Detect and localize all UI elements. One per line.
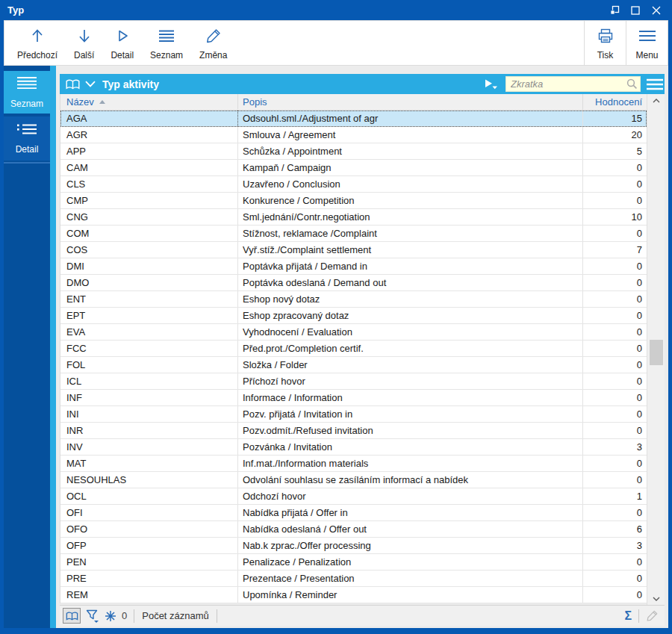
next-button[interactable]: Další bbox=[66, 21, 102, 65]
triangle-right-icon bbox=[114, 27, 131, 45]
close-icon bbox=[652, 6, 661, 15]
previous-button[interactable]: Předchozí bbox=[9, 21, 66, 65]
table-row[interactable]: EVAVyhodnocení / Evaluation0 bbox=[60, 324, 647, 341]
print-button[interactable]: Tisk bbox=[584, 21, 626, 65]
table-row[interactable]: ENTEshop nový dotaz0 bbox=[60, 291, 647, 308]
content-area: Typ aktivity bbox=[56, 66, 668, 628]
table-row[interactable]: NESOUHLASOdvolání souhlasu se zasíláním … bbox=[60, 472, 647, 488]
record-count-button[interactable]: Počet záznamů bbox=[142, 610, 209, 621]
scroll-up-button[interactable] bbox=[647, 94, 665, 107]
table-row[interactable]: COMStížnost, reklamace /Complaint0 bbox=[60, 226, 647, 242]
table-row[interactable]: CLSUzavřeno / Conclusion0 bbox=[60, 176, 647, 193]
cell-popis: Kampaň / Campaign bbox=[238, 160, 583, 175]
play-button[interactable] bbox=[485, 79, 498, 90]
sidebar-accent-strip bbox=[50, 66, 56, 628]
table-row[interactable]: APPSchůzka / Appointment5 bbox=[60, 143, 647, 160]
table-row[interactable]: FCCPřed.prot./Completion certif.0 bbox=[60, 341, 647, 357]
sidebar-tab-seznam-label: Seznam bbox=[10, 99, 43, 109]
menu-button[interactable]: Menu bbox=[626, 21, 668, 65]
table-row[interactable]: OFINabídka přijatá / Offer in0 bbox=[60, 505, 647, 521]
table-row[interactable]: CMPKonkurence / Competition0 bbox=[60, 193, 647, 209]
book-view-toggle-button[interactable] bbox=[63, 608, 81, 624]
sidebar-tab-detail[interactable]: Detail bbox=[4, 116, 50, 161]
table-row[interactable]: FOLSložka / Folder0 bbox=[60, 357, 647, 373]
table-row[interactable]: ICLPříchozí hovor0 bbox=[60, 373, 647, 390]
sum-button[interactable]: Σ bbox=[617, 609, 638, 623]
cell-popis: Nabídka odeslaná / Offer out bbox=[238, 521, 583, 537]
cell-hodnoceni: 20 bbox=[583, 127, 647, 143]
filter-button[interactable] bbox=[86, 609, 99, 623]
cell-popis: Poptávka přijatá / Demand in bbox=[238, 258, 583, 274]
zmena-button[interactable]: Změna bbox=[191, 21, 235, 65]
previous-label: Předchozí bbox=[17, 50, 57, 60]
edit-button-disabled[interactable] bbox=[639, 609, 665, 622]
cell-hodnoceni: 0 bbox=[583, 571, 647, 586]
cell-popis: Konkurence / Competition bbox=[238, 193, 583, 208]
vertical-scrollbar[interactable] bbox=[647, 94, 665, 605]
snowflake-icon[interactable] bbox=[105, 610, 116, 622]
cell-hodnoceni: 0 bbox=[583, 357, 647, 373]
table-row[interactable]: EPTEshop zpracovaný dotaz0 bbox=[60, 308, 647, 324]
cell-hodnoceni: 6 bbox=[583, 521, 647, 537]
cell-popis: Vyhodnocení / Evaluation bbox=[238, 324, 583, 340]
table-row[interactable]: INIPozv. přijatá / Invitation in0 bbox=[60, 406, 647, 423]
cell-nazev: INF bbox=[60, 390, 238, 405]
sidebar-tab-seznam[interactable]: Seznam bbox=[4, 71, 50, 114]
table-row[interactable]: PENPenalizace / Penalization0 bbox=[60, 554, 647, 571]
cell-nazev: COM bbox=[60, 226, 238, 241]
search-input[interactable] bbox=[505, 76, 641, 92]
cell-hodnoceni: 7 bbox=[583, 242, 647, 258]
maximize-button[interactable] bbox=[627, 2, 644, 19]
toolbar-left-group: Předchozí Další Detail Seznam bbox=[4, 21, 235, 65]
column-header-popis[interactable]: Popis bbox=[238, 94, 583, 110]
cell-hodnoceni: 0 bbox=[583, 176, 647, 192]
table-row[interactable]: COSVyř.stíž./Complaint settlement7 bbox=[60, 242, 647, 258]
cell-nazev: AGA bbox=[60, 111, 238, 126]
cell-hodnoceni: 0 bbox=[583, 308, 647, 323]
table-row[interactable]: CNGSml.jednání/Contr.negotiation10 bbox=[60, 209, 647, 226]
dock-window-button[interactable] bbox=[606, 2, 623, 19]
cell-popis: Odvolání souhlasu se zasíláním informací… bbox=[238, 472, 583, 488]
cell-nazev: ICL bbox=[60, 373, 238, 389]
table-row[interactable]: DMIPoptávka přijatá / Demand in0 bbox=[60, 258, 647, 275]
cell-hodnoceni: 0 bbox=[583, 554, 647, 570]
close-button[interactable] bbox=[648, 2, 665, 19]
cell-popis: Uzavřeno / Conclusion bbox=[238, 176, 583, 192]
cell-hodnoceni: 0 bbox=[583, 193, 647, 208]
table-row[interactable]: OCLOdchozí hovor1 bbox=[60, 488, 647, 505]
panel-hamburger-button[interactable] bbox=[644, 74, 665, 94]
cell-popis: Pozv. přijatá / Invitation in bbox=[238, 406, 583, 422]
scrollbar-thumb[interactable] bbox=[650, 340, 663, 365]
column-header-nazev[interactable]: Název bbox=[60, 94, 238, 110]
cell-nazev: OFP bbox=[60, 538, 238, 553]
chevron-down-icon[interactable] bbox=[85, 81, 96, 87]
table-row[interactable]: DMOPoptávka odeslaná / Demand out0 bbox=[60, 275, 647, 291]
cell-popis: Vyř.stíž./Complaint settlement bbox=[238, 242, 583, 258]
cell-popis: Stížnost, reklamace /Complaint bbox=[238, 226, 583, 241]
table-row[interactable]: AGRSmlouva / Agreement20 bbox=[60, 127, 647, 143]
table-row[interactable]: OFPNab.k zprac./Offer processing3 bbox=[60, 538, 647, 554]
table-row[interactable]: AGAOdsouhl.sml./Adjustment of agr15 bbox=[60, 111, 647, 127]
cell-popis: Penalizace / Penalization bbox=[238, 554, 583, 570]
table-row[interactable]: MATInf.mat./Information materials0 bbox=[60, 456, 647, 472]
cell-hodnoceni: 0 bbox=[583, 291, 647, 307]
table-row[interactable]: INFInformace / Information0 bbox=[60, 390, 647, 406]
table-row[interactable]: INVPozvánka / Invitation3 bbox=[60, 439, 647, 456]
table-row[interactable]: CAMKampaň / Campaign0 bbox=[60, 160, 647, 176]
table-row[interactable]: INRPozv.odmít./Refused invitation0 bbox=[60, 423, 647, 439]
column-header-hodnoceni[interactable]: Hodnocení bbox=[583, 94, 647, 110]
detail-button[interactable]: Detail bbox=[102, 21, 142, 65]
scroll-down-button[interactable] bbox=[647, 592, 665, 605]
cell-nazev: OFO bbox=[60, 521, 238, 537]
maximize-icon bbox=[631, 6, 640, 15]
cell-hodnoceni: 15 bbox=[583, 111, 647, 126]
table-row[interactable]: REMUpomínka / Reminder0 bbox=[60, 587, 647, 603]
seznam-button[interactable]: Seznam bbox=[142, 21, 191, 65]
open-book-icon[interactable] bbox=[66, 79, 80, 90]
cell-nazev: INR bbox=[60, 423, 238, 438]
table-row[interactable]: PREPrezentace / Presentation0 bbox=[60, 571, 647, 587]
zmena-label: Změna bbox=[199, 50, 227, 60]
table-row[interactable]: OFONabídka odeslaná / Offer out6 bbox=[60, 521, 647, 538]
cell-hodnoceni: 0 bbox=[583, 587, 647, 603]
cell-nazev: AGR bbox=[60, 127, 238, 143]
